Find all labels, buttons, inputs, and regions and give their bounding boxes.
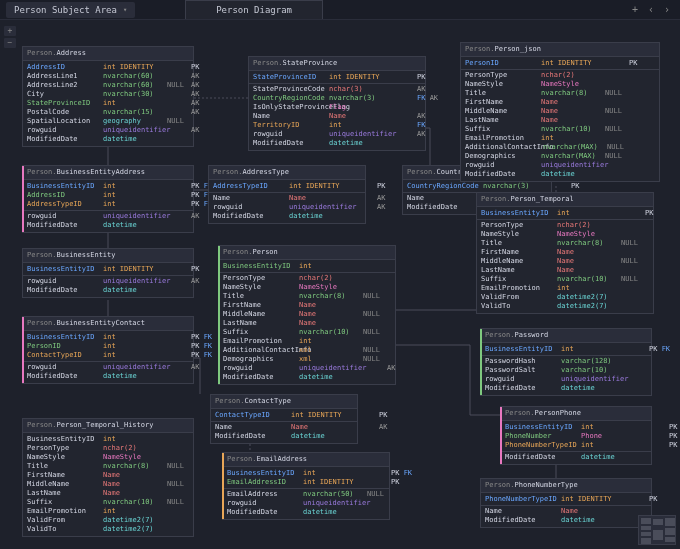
column-row: Demographics nvarchar(MAX) NULL <box>461 152 659 161</box>
table-person-temporal[interactable]: Person.Person_Temporal BusinessEntityID … <box>476 192 654 314</box>
table-header: Person.Password <box>481 329 651 343</box>
column-row: Title nvarchar(8) NULL <box>23 462 193 471</box>
column-row: AddressTypeID int IDENTITY PK <box>209 182 365 191</box>
column-row: ModifiedDate datetime <box>211 432 357 441</box>
column-row: CountryRegionCode nvarchar(3) FK AK <box>249 94 425 103</box>
table-person[interactable]: Person.Person BusinessEntityID int Perso… <box>218 245 396 385</box>
table-password[interactable]: Person.Password BusinessEntityID int PK … <box>480 328 652 396</box>
topbar: Person Subject Area ▾ Person Diagram + ‹… <box>0 0 680 20</box>
table-header: Person.Person_json <box>461 43 659 57</box>
table-header: Person.ContactType <box>211 395 357 409</box>
column-row: ModifiedDate datetime <box>23 286 193 295</box>
minimap[interactable] <box>638 515 676 545</box>
column-row: AdditionalContactInfo xml NULL <box>219 346 395 355</box>
table-phone-number-type[interactable]: Person.PhoneNumberType PhoneNumberTypeID… <box>480 478 652 528</box>
table-business-entity-address[interactable]: Person.BusinessEntityAddress BusinessEnt… <box>22 165 194 233</box>
table-business-entity[interactable]: Person.BusinessEntity BusinessEntityID i… <box>22 248 194 298</box>
column-row: rowguid uniqueidentifier <box>481 375 651 384</box>
column-row: NameStyle NameStyle <box>461 80 659 89</box>
column-row: ContactTypeID int IDENTITY PK <box>211 411 357 420</box>
column-row: ModifiedDate datetime <box>481 384 651 393</box>
column-row: Suffix nvarchar(10) NULL <box>461 125 659 134</box>
column-row: ModifiedDate datetime <box>481 516 651 525</box>
column-row: Demographics xml NULL <box>219 355 395 364</box>
column-row: rowguid uniqueidentifier AK <box>219 364 395 373</box>
table-person-temporal-history[interactable]: Person.Person_Temporal_History BusinessE… <box>22 418 194 537</box>
table-person-phone[interactable]: Person.PersonPhone BusinessEntityID int … <box>500 406 652 465</box>
plus-icon[interactable]: + <box>632 4 638 15</box>
table-header: Person.Person_Temporal_History <box>23 419 193 433</box>
column-row: Suffix nvarchar(10) NULL <box>219 328 395 337</box>
tab-person-diagram[interactable]: Person Diagram <box>185 0 323 19</box>
column-row: Title nvarchar(8) NULL <box>477 239 653 248</box>
table-person-json[interactable]: Person.Person_json PersonID int IDENTITY… <box>460 42 660 182</box>
table-address[interactable]: Person.Address AddressID int IDENTITY PK… <box>22 46 194 147</box>
chevron-down-icon: ▾ <box>123 6 127 14</box>
expand-tool[interactable]: + <box>4 26 16 36</box>
column-row: PhoneNumber Phone PK <box>501 432 651 441</box>
column-row: rowguid uniqueidentifier AK <box>23 277 193 286</box>
table-contact-type[interactable]: Person.ContactType ContactTypeID int IDE… <box>210 394 358 444</box>
column-row: AddressID int IDENTITY PK <box>23 63 193 72</box>
column-row: PersonType nchar(2) <box>461 71 659 80</box>
table-header: Person.StateProvince <box>249 57 425 71</box>
nav-right-icon[interactable]: › <box>664 4 670 15</box>
diagram-canvas[interactable]: + − Person.Address AddressID int IDENTIT… <box>0 20 680 549</box>
side-tools: + − <box>4 26 16 48</box>
column-row: PasswordSalt varchar(10) <box>481 366 651 375</box>
column-row: NameStyle NameStyle <box>23 453 193 462</box>
column-row: EmailAddress nvarchar(50) NULL <box>223 490 389 499</box>
column-row: ModifiedDate datetime <box>223 508 389 517</box>
column-row: ValidTo datetime2(7) <box>477 302 653 311</box>
dropdown-label: Person Subject Area <box>14 5 117 15</box>
column-row: PersonType nchar(2) <box>477 221 653 230</box>
column-row: rowguid uniqueidentifier AK <box>23 126 193 135</box>
column-row: ModifiedDate datetime <box>461 170 659 179</box>
column-row: PhoneNumberTypeID int IDENTITY PK <box>481 495 651 504</box>
column-row: ValidFrom datetime2(7) <box>477 293 653 302</box>
column-row: FirstName Name <box>461 98 659 107</box>
column-row: BusinessEntityID int IDENTITY PK <box>23 265 193 274</box>
column-row: Suffix nvarchar(10) NULL <box>477 275 653 284</box>
table-business-entity-contact[interactable]: Person.BusinessEntityContact BusinessEnt… <box>22 316 194 384</box>
column-row: BusinessEntityID int PK FK <box>23 182 193 191</box>
column-row: BusinessEntityID int PK FK <box>23 333 193 342</box>
column-row: PersonType nchar(2) <box>219 274 395 283</box>
column-row: EmailPromotion int <box>461 134 659 143</box>
column-row: rowguid uniqueidentifier AK <box>23 363 193 372</box>
column-row: AddressID int PK FK <box>23 191 193 200</box>
table-header: Person.BusinessEntity <box>23 249 193 263</box>
table-address-type[interactable]: Person.AddressType AddressTypeID int IDE… <box>208 165 366 224</box>
column-row: Name Name AK <box>209 194 365 203</box>
table-state-province[interactable]: Person.StateProvince StateProvinceID int… <box>248 56 426 151</box>
column-row: StateProvinceID int IDENTITY PK <box>249 73 425 82</box>
column-row: FirstName Name <box>477 248 653 257</box>
column-row: PersonID int IDENTITY PK <box>461 59 659 68</box>
column-row: MiddleName Name NULL <box>477 257 653 266</box>
nav-left-icon[interactable]: ‹ <box>648 4 654 15</box>
table-header: Person.Person_Temporal <box>477 193 653 207</box>
column-row: BusinessEntityID int PK FK <box>481 345 651 354</box>
column-row: NameStyle NameStyle <box>219 283 395 292</box>
column-row: LastName Name <box>219 319 395 328</box>
column-row: StateProvinceCode nchar(3) AK <box>249 85 425 94</box>
column-row: TerritoryID int FK <box>249 121 425 130</box>
column-row: MiddleName Name NULL <box>23 480 193 489</box>
column-row: ModifiedDate datetime <box>219 373 395 382</box>
column-row: Name Name AK <box>249 112 425 121</box>
column-row: AddressLine1 nvarchar(60) AK <box>23 72 193 81</box>
column-row: Title nvarchar(8) NULL <box>219 292 395 301</box>
column-row: PostalCode nvarchar(15) AK <box>23 108 193 117</box>
column-row: ModifiedDate datetime <box>23 135 193 144</box>
table-header: Person.AddressType <box>209 166 365 180</box>
column-row: AddressLine2 nvarchar(60) NULL AK <box>23 81 193 90</box>
column-row: rowguid uniqueidentifier AK <box>249 130 425 139</box>
column-row: Name Name AK <box>211 423 357 432</box>
table-header: Person.Address <box>23 47 193 61</box>
collapse-tool[interactable]: − <box>4 38 16 48</box>
column-row: SpatialLocation geography NULL <box>23 117 193 126</box>
subject-area-dropdown[interactable]: Person Subject Area ▾ <box>6 2 135 18</box>
column-row: rowguid uniqueidentifier <box>461 161 659 170</box>
table-email-address[interactable]: Person.EmailAddress BusinessEntityID int… <box>222 452 390 520</box>
column-row: IsOnlyStateProvinceFlag Flag <box>249 103 425 112</box>
